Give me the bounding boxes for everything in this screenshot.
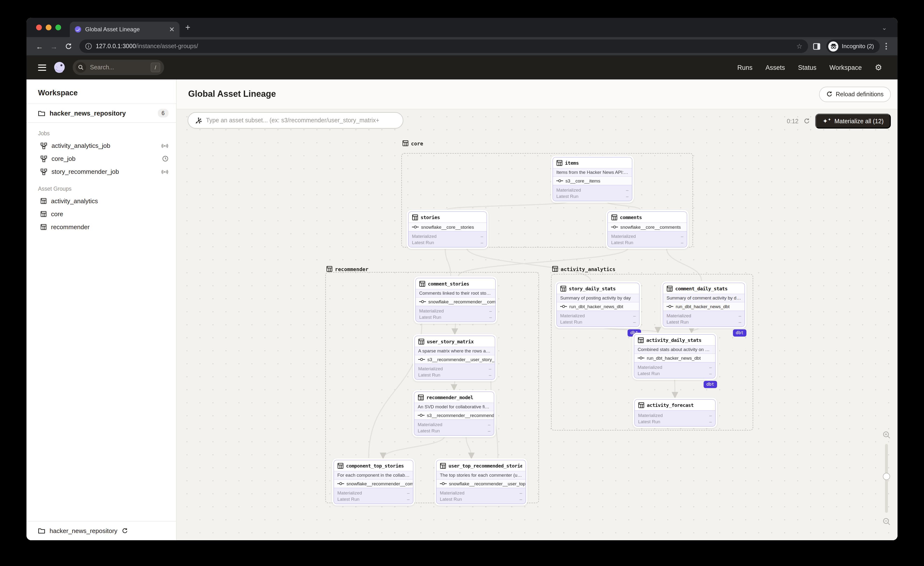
asset-node-story_daily_stats[interactable]: story_daily_statsSummary of posting acti… — [555, 281, 641, 328]
sidebar-item-activity_analytics_job[interactable]: activity_analytics_job — [27, 139, 176, 152]
nav-assets[interactable]: Assets — [765, 64, 785, 71]
zoom-slider-handle[interactable] — [883, 473, 890, 480]
asset-stats: Materialized–Latest Run– — [414, 419, 494, 435]
nav-runs[interactable]: Runs — [737, 64, 752, 71]
asset-description: Comments linked to their root stories. — [416, 289, 495, 297]
asset-node-recommender_model[interactable]: recommender_modelAn SVD model for collab… — [412, 390, 496, 437]
tab-close-icon[interactable]: ✕ — [169, 26, 175, 33]
zoom-slider[interactable] — [885, 444, 888, 513]
side-panel-icon[interactable] — [813, 43, 821, 50]
incognito-label: Incognito (2) — [842, 43, 874, 50]
refresh-graph-icon[interactable] — [804, 118, 810, 124]
asset-filter[interactable] — [188, 112, 403, 129]
footer-repo-name: hacker_news_repository — [50, 527, 117, 534]
page-title: Global Asset Lineage — [188, 89, 276, 99]
asset-node-component_top_stories[interactable]: component_top_storiesFor each component … — [332, 458, 415, 506]
zoom-window-button[interactable] — [56, 24, 61, 30]
asset-name: user_story_matrix — [427, 339, 474, 344]
incognito-icon — [828, 41, 838, 51]
close-window-button[interactable] — [36, 24, 42, 30]
asset-description: Summary of comment activity by day — [663, 294, 744, 302]
tab-search-chevron-icon[interactable]: ⌄ — [882, 24, 887, 31]
sidebar-footer-repo[interactable]: hacker_news_repository — [27, 521, 176, 540]
refresh-repo-icon[interactable] — [122, 528, 128, 534]
asset-node-comments[interactable]: commentssnowflake__core__commentsMateria… — [606, 210, 688, 249]
browser-menu-icon[interactable] — [882, 43, 891, 50]
asset-group-icon — [552, 266, 558, 272]
zoom-out-icon[interactable] — [882, 518, 891, 526]
browser-tab[interactable]: Global Asset Lineage ✕ — [70, 22, 180, 37]
app-header: / Runs Assets Status Workspace ⚙ — [27, 56, 897, 80]
sidebar-item-activity_analytics[interactable]: activity_analytics — [27, 195, 176, 207]
op-icon — [440, 482, 447, 486]
bookmark-star-icon[interactable]: ☆ — [796, 42, 802, 50]
hamburger-menu-icon[interactable] — [38, 64, 46, 71]
page-header: Global Asset Lineage Reload definitions — [177, 80, 897, 109]
address-bar[interactable]: 127.0.0.1:3000/instance/asset-groups/ ☆ — [80, 39, 808, 53]
asset-op: s3__recommender__recommender_mo... — [414, 411, 494, 419]
sidebar-item-story_recommender_job[interactable]: story_recommender_job — [27, 165, 176, 178]
asset-node-user_story_matrix[interactable]: user_story_matrixA sparse matrix where t… — [413, 334, 496, 381]
table-icon — [440, 462, 446, 469]
op-icon — [418, 413, 424, 417]
op-icon — [666, 304, 673, 309]
asset-op: s3__recommender__user_story_matrix — [415, 355, 495, 363]
asset-name: activity_forecast — [647, 402, 694, 408]
asset-node-items[interactable]: itemsItems from the Hacker News API: eac… — [551, 156, 634, 203]
minimize-window-button[interactable] — [46, 24, 51, 30]
sidebar-item-label: core — [51, 210, 168, 218]
asset-op: snowflake__core__stories — [409, 222, 486, 231]
asset-filter-input[interactable] — [206, 117, 396, 124]
asset-node-comment_stories[interactable]: comment_storiesComments linked to their … — [414, 276, 497, 324]
asset-node-stories[interactable]: storiessnowflake__core__storiesMateriali… — [406, 210, 489, 249]
traffic-lights[interactable] — [36, 24, 61, 30]
nav-status[interactable]: Status — [798, 64, 816, 71]
global-search[interactable]: / — [73, 60, 164, 75]
asset-node-comment_daily_stats[interactable]: comment_daily_statsSummary of comment ac… — [661, 281, 746, 328]
incognito-badge[interactable]: Incognito (2) — [826, 39, 880, 53]
asset-stats: Materialized–Latest Run– — [635, 410, 715, 426]
job-icon — [40, 155, 47, 162]
browser-reload-icon[interactable] — [62, 43, 75, 50]
sidebar-item-core[interactable]: core — [27, 207, 176, 221]
dagster-logo[interactable] — [53, 61, 66, 74]
sidebar-item-core_job[interactable]: core_job — [27, 152, 176, 165]
asset-node-activity_daily_stats[interactable]: activity_daily_statsCombined stats about… — [632, 333, 717, 380]
search-input[interactable] — [90, 64, 138, 71]
back-icon[interactable]: ← — [33, 42, 46, 50]
asset-name: story_daily_stats — [569, 286, 616, 291]
table-icon — [418, 338, 424, 344]
op-icon — [611, 225, 618, 229]
asset-description: The top stories for each commenter (user… — [436, 471, 525, 479]
sensor-icon — [161, 169, 168, 174]
browser-window: Global Asset Lineage ✕ + ⌄ ← → 127.0.0.1… — [27, 18, 897, 540]
asset-name: activity_daily_stats — [646, 337, 701, 342]
settings-gear-icon[interactable]: ⚙ — [875, 62, 882, 72]
folder-icon — [38, 110, 45, 116]
zoom-in-icon[interactable] — [882, 431, 891, 439]
asset-name: user_top_recommended_stories — [448, 463, 522, 468]
asset-stats: Materialized–Latest Run– — [608, 231, 687, 247]
asset-op: run_dbt_hacker_news_dbt — [557, 302, 639, 311]
forward-icon[interactable]: → — [48, 42, 60, 50]
url-text[interactable]: 127.0.0.1:3000/instance/asset-groups/ — [96, 43, 792, 50]
browser-toolbar: ← → 127.0.0.1:3000/instance/asset-groups… — [27, 37, 897, 56]
asset-node-user_top_recommended_stories[interactable]: user_top_recommended_storiesThe top stor… — [435, 458, 528, 506]
table-icon — [638, 402, 644, 408]
sidebar-item-label: story_recommender_job — [51, 168, 157, 175]
materialize-all-button[interactable]: ✦✦ Materialize all (12) — [816, 114, 891, 129]
repo-name: hacker_news_repository — [50, 110, 153, 117]
nav-workspace[interactable]: Workspace — [830, 64, 862, 71]
lineage-canvas[interactable]: coreitemsItems from the Hacker News API:… — [177, 109, 897, 540]
query-timer: 0:12 — [787, 118, 799, 125]
table-icon — [611, 214, 618, 220]
sidebar-item-recommender[interactable]: recommender — [27, 221, 176, 234]
repo-selector[interactable]: hacker_news_repository 6 — [27, 104, 176, 122]
reload-definitions-button[interactable]: Reload definitions — [819, 86, 891, 102]
asset-description: An SVD model for collaborative filtering… — [414, 402, 494, 411]
table-icon — [560, 285, 566, 291]
site-info-icon[interactable] — [85, 43, 92, 50]
asset-node-activity_forecast[interactable]: activity_forecastMaterialized–Latest Run… — [633, 398, 717, 428]
schedule-icon — [162, 156, 168, 162]
new-tab-button[interactable]: + — [185, 23, 190, 33]
